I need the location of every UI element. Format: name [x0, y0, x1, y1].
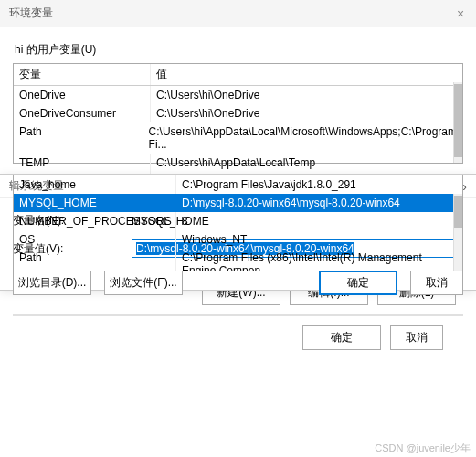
main-cancel-button[interactable]: 取消 [390, 325, 443, 350]
user-vars-section: hi 的用户变量(U) 变量 值 OneDriveC:\Users\hi\One… [0, 27, 476, 164]
table-row[interactable]: OneDriveConsumerC:\Users\hi\OneDrive [14, 104, 462, 122]
main-ok-button[interactable]: 确定 [302, 325, 381, 350]
dialog-title: 环境变量 [9, 5, 454, 21]
table-row-selected[interactable]: MYSQL_HOMED:\mysql-8.0.20-winx64\mysql-8… [14, 194, 462, 212]
table-row[interactable]: NUMBER_OF_PROCESSORS8 [14, 212, 462, 230]
system-vars-table[interactable]: Java_homeC:\Program Files\Java\jdk1.8.0_… [13, 175, 463, 271]
scrollbar-thumb[interactable] [454, 196, 462, 228]
browse-dir-button[interactable]: 浏览目录(D)... [13, 271, 91, 295]
ok-button[interactable]: 确定 [319, 271, 397, 295]
table-row[interactable]: PathC:\Users\hi\AppData\Local\Microsoft\… [14, 122, 462, 154]
close-icon[interactable]: × [454, 7, 467, 20]
user-vars-label: hi 的用户变量(U) [15, 42, 463, 58]
table-row[interactable]: TEMPC:\Users\hi\AppData\Local\Temp [14, 154, 462, 172]
table-row[interactable]: Java_homeC:\Program Files\Java\jdk1.8.0_… [14, 175, 462, 194]
table-row[interactable]: OSWindows_NT [14, 230, 462, 249]
edit-dialog-buttons: 浏览目录(D)... 浏览文件(F)... 确定 取消 [0, 271, 476, 295]
col-header-name[interactable]: 变量 [14, 64, 151, 85]
scrollbar[interactable] [453, 194, 462, 271]
main-dialog-buttons: 确定 取消 [13, 314, 463, 350]
watermark: CSDN @juvenile少年 [375, 441, 471, 455]
col-header-value[interactable]: 值 [151, 64, 462, 85]
table-row[interactable]: OneDriveC:\Users\hi\OneDrive [14, 86, 462, 104]
scrollbar-thumb[interactable] [454, 84, 462, 157]
browse-file-button[interactable]: 浏览文件(F)... [104, 271, 183, 295]
user-vars-table[interactable]: 变量 值 OneDriveC:\Users\hi\OneDrive OneDri… [13, 63, 463, 164]
title-bar: 环境变量 × [0, 0, 476, 27]
table-row[interactable]: PathC:\Program Files (x86)\Intel\Intel(R… [14, 249, 462, 271]
chevron-right-icon[interactable]: › [462, 179, 467, 194]
cancel-button[interactable]: 取消 [410, 271, 463, 295]
table-header: 变量 值 [14, 64, 462, 86]
scrollbar[interactable] [453, 82, 462, 163]
